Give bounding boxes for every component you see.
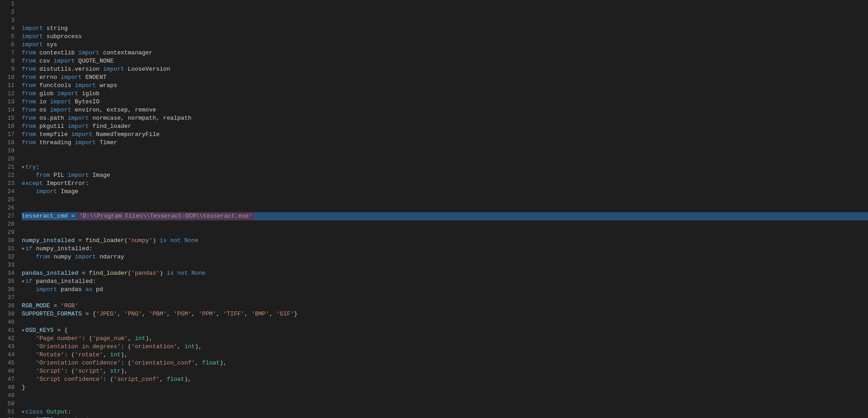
code-token: ),: [220, 360, 227, 366]
code-token: io: [36, 98, 50, 105]
code-token: ,: [142, 311, 149, 317]
code-line: 'Script': ('script', str),: [22, 367, 868, 375]
code-token: [188, 270, 192, 277]
line-number: 6: [0, 41, 14, 49]
code-token: int: [184, 343, 195, 350]
code-token: 'RGB': [61, 302, 78, 309]
code-content[interactable]: import stringimport subprocessimport sys…: [18, 0, 868, 418]
line-number: 26: [0, 204, 14, 212]
fold-arrow-icon[interactable]: ▼: [22, 328, 24, 333]
code-token: numpy_installed: [22, 237, 75, 244]
code-token: (: [128, 270, 131, 277]
code-line: 'Orientation confidence': ('orientation_…: [22, 359, 868, 367]
line-number: 19: [0, 147, 14, 155]
code-line: [22, 155, 868, 163]
fold-arrow-icon[interactable]: ▼: [22, 279, 24, 284]
code-token: 'pandas': [131, 270, 159, 277]
code-line: ▼OSD_KEYS = {: [22, 326, 868, 335]
code-token: BytesIO: [71, 98, 99, 105]
code-token: from: [22, 82, 36, 89]
code-line: from distutils.version import LooseVersi…: [22, 65, 868, 73]
fold-arrow-icon[interactable]: ▼: [22, 410, 24, 415]
code-token: errno: [36, 74, 61, 81]
line-number: 23: [0, 180, 14, 188]
code-token: float: [167, 376, 184, 383]
line-number: 11: [0, 82, 14, 90]
code-line: from PIL import Image: [22, 171, 868, 180]
code-line: 'Orientation in degrees': ('orientation'…: [22, 343, 868, 351]
line-number: 29: [0, 228, 14, 237]
line-number: 18: [0, 139, 14, 147]
line-number: 15: [0, 114, 14, 122]
code-token: from: [36, 172, 50, 179]
code-token: import: [50, 107, 71, 113]
code-token: ,: [159, 376, 167, 383]
line-number: 2: [0, 8, 14, 16]
line-number: 3: [0, 16, 14, 24]
code-token: ndarray: [96, 253, 124, 260]
code-line: from pkgutil import find_loader: [22, 122, 868, 131]
code-line: from threading import Timer: [22, 139, 868, 147]
line-number: 32: [0, 253, 14, 261]
code-token: numpy_installed:: [33, 245, 93, 252]
code-token: 'BMP': [251, 311, 269, 317]
code-line: ▼if numpy_installed:: [22, 245, 868, 253]
code-token: import: [78, 49, 100, 56]
code-token: pkgutil: [36, 123, 68, 130]
code-token: 'numpy': [128, 237, 153, 244]
code-token: import: [61, 74, 82, 81]
code-token: PIL: [50, 172, 68, 179]
line-number: 17: [0, 131, 14, 139]
code-token: Timer: [96, 139, 117, 146]
code-token: ,: [103, 368, 110, 374]
code-editor: 1234567891011121314151617181920212223242…: [0, 0, 868, 418]
code-token: class: [25, 408, 43, 415]
code-token: from: [22, 131, 36, 138]
line-number: 38: [0, 302, 14, 310]
code-line: from io import BytesIO: [22, 98, 868, 106]
code-token: = {: [82, 311, 96, 317]
code-line: [22, 294, 868, 302]
code-line: [22, 318, 868, 326]
code-token: ,: [192, 311, 199, 317]
code-line: [22, 261, 868, 269]
code-line: 'Rotate': ('rotate', int),: [22, 351, 868, 359]
code-token: [22, 286, 36, 293]
line-number: 21: [0, 163, 14, 171]
code-token: import: [68, 172, 89, 179]
code-token: [22, 343, 36, 350]
code-token: :: [68, 408, 72, 415]
code-token: if: [25, 278, 33, 285]
line-number: 9: [0, 65, 14, 73]
code-token: OSD_KEYS: [25, 327, 53, 334]
line-number: 46: [0, 367, 14, 375]
code-token: contextlib: [36, 49, 78, 56]
code-token: from: [22, 98, 36, 105]
code-token: None: [184, 237, 198, 244]
line-number: 48: [0, 384, 14, 392]
code-token: import: [22, 41, 43, 48]
code-token: ImportError:: [43, 180, 89, 187]
code-token: is not: [167, 270, 188, 277]
code-line: from csv import QUOTE_NONE: [22, 57, 868, 65]
code-line: import pandas as pd: [22, 286, 868, 294]
code-token: ,: [117, 311, 125, 317]
code-token: 'Script confidence': [36, 376, 103, 383]
line-number: 14: [0, 106, 14, 114]
line-number: 10: [0, 73, 14, 82]
code-token: as: [85, 286, 92, 293]
code-line: from functools import wraps: [22, 82, 868, 90]
code-token: subprocess: [43, 33, 82, 40]
code-token: : (: [121, 343, 131, 350]
code-token: import: [75, 253, 96, 260]
code-token: ,: [177, 343, 184, 350]
fold-arrow-icon[interactable]: ▼: [22, 247, 24, 252]
fold-arrow-icon[interactable]: ▼: [22, 165, 24, 170]
line-number: 44: [0, 351, 14, 359]
code-token: : (: [64, 351, 75, 358]
code-line: RGB_MODE = 'RGB': [22, 302, 868, 310]
code-line: from os.path import normcase, normpath, …: [22, 114, 868, 122]
code-token: [22, 253, 36, 260]
code-token: import: [75, 82, 96, 89]
code-token: int: [110, 351, 121, 358]
